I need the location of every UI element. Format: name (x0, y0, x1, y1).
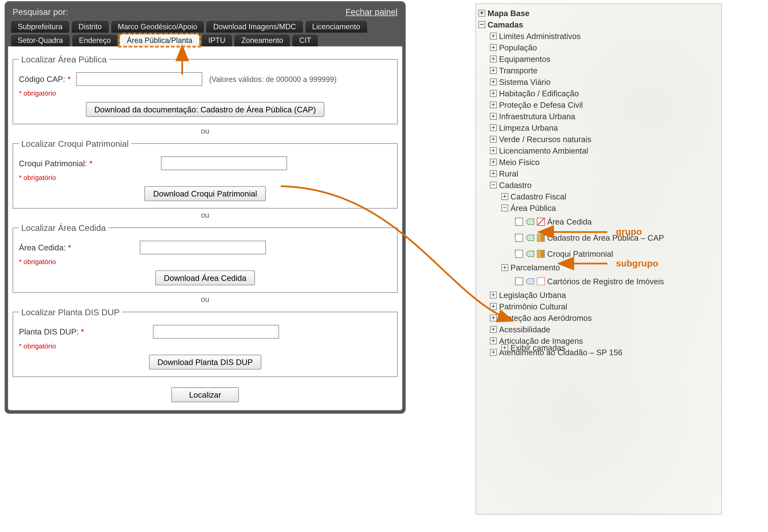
tree-item[interactable]: +Limpeza Urbana (478, 122, 719, 134)
tag-icon (525, 218, 535, 225)
expand-icon[interactable]: + (490, 170, 497, 177)
fieldset-cedida: Localizar Área Cedida Área Cedida: * * o… (13, 223, 398, 293)
tree-item[interactable]: +Patrimônio Cultural (478, 301, 719, 312)
tab-cit[interactable]: CIT (292, 34, 319, 47)
tag-icon (525, 278, 535, 285)
tree-item[interactable]: +Habitação / Edificação (478, 88, 719, 99)
label-croqui: Croqui Patrimonial: * (19, 158, 93, 168)
tree-item[interactable]: +População (478, 42, 719, 53)
tree-root-mapa-base[interactable]: + Mapa Base (478, 8, 719, 19)
checkbox[interactable] (515, 234, 523, 242)
expand-icon[interactable]: + (490, 79, 497, 85)
tree-item[interactable]: +Licenciamento Ambiental (478, 145, 719, 157)
input-cedida[interactable] (140, 241, 266, 254)
checkbox[interactable] (515, 250, 523, 258)
expand-icon[interactable]: + (490, 326, 497, 333)
layers-panel: + Mapa Base − Camadas +Limites Administr… (475, 3, 722, 514)
legend-croqui: Localizar Croqui Patrimonial (19, 139, 131, 148)
obligatory-disdup: * obrigatório (19, 342, 391, 350)
tab-subprefeitura[interactable]: Subprefeitura (10, 20, 70, 33)
expand-icon[interactable]: + (490, 33, 497, 39)
label-cedida: Área Cedida: * (19, 243, 71, 252)
tab-licenciamento[interactable]: Licenciamento (305, 20, 368, 33)
expand-icon[interactable]: + (490, 292, 497, 298)
expand-icon[interactable]: + (501, 264, 508, 271)
expand-icon[interactable]: + (501, 193, 508, 200)
close-panel-link[interactable]: Fechar painel (345, 7, 398, 17)
layer-croqui-patrimonial[interactable]: Croqui Patrimonial (478, 246, 719, 262)
tag-icon (525, 250, 535, 257)
input-croqui[interactable] (161, 157, 287, 170)
tab-distrito[interactable]: Distrito (71, 20, 109, 33)
swatch-icon (537, 234, 545, 242)
tree-item[interactable]: +Acessibilidade (478, 324, 719, 335)
panel-body: Localizar Área Pública Código CAP: * (Va… (8, 46, 402, 410)
input-disdup[interactable] (153, 325, 279, 338)
layer-cartorios[interactable]: Cartórios de Registro de Imóveis (478, 273, 719, 289)
expand-icon[interactable]: + (490, 159, 497, 166)
tab-zoneamento[interactable]: Zoneamento (234, 34, 291, 47)
expand-icon[interactable]: + (490, 67, 497, 74)
tree-root-camadas[interactable]: − Camadas (478, 19, 719, 30)
locate-button[interactable]: Localizar (171, 387, 239, 402)
expand-icon[interactable]: + (490, 44, 497, 51)
tab-area-publica-planta[interactable]: Área Pública/Planta (119, 34, 200, 47)
input-cap[interactable] (76, 72, 202, 86)
tree-item-cadastro-fiscal[interactable]: + Cadastro Fiscal (478, 191, 719, 202)
tree-item-parcelamento[interactable]: + Parcelamento (478, 262, 719, 273)
obligatory-croqui: * obrigatório (19, 174, 391, 182)
expand-icon[interactable]: + (490, 90, 497, 97)
tree-item[interactable]: +Infraestrutura Urbana (478, 111, 719, 122)
expand-icon[interactable]: + (490, 113, 497, 120)
tree-item[interactable]: +Meio Fisico (478, 157, 719, 168)
expand-icon[interactable]: + (490, 124, 497, 131)
download-cedida-button[interactable]: Download Área Cedida (155, 270, 255, 285)
download-croqui-button[interactable]: Download Croqui Patrimonial (145, 186, 266, 201)
tab-endereco[interactable]: Endereço (71, 34, 118, 47)
tree-item-exibir-camadas[interactable]: + Exibir camadas (490, 342, 565, 354)
checkbox[interactable] (515, 277, 523, 285)
collapse-icon[interactable]: − (478, 21, 485, 28)
collapse-icon[interactable]: − (490, 182, 497, 188)
fieldset-disdup: Localizar Planta DIS DUP Planta DIS DUP:… (13, 307, 398, 377)
tree-item[interactable]: +Rural (478, 168, 719, 179)
expand-icon[interactable]: + (490, 147, 497, 154)
swatch-icon (537, 277, 545, 285)
tab-download-imagens[interactable]: Download Imagens/MDC (206, 20, 304, 33)
tree-item[interactable]: +Equipamentos (478, 53, 719, 65)
separator-or-3: ou (13, 295, 398, 304)
obligatory-cap: * obrigatório (19, 89, 391, 98)
tab-iptu[interactable]: IPTU (201, 34, 233, 47)
layer-area-cedida[interactable]: Área Cedida (478, 214, 719, 230)
expand-icon[interactable]: + (501, 344, 508, 351)
checkbox[interactable] (515, 218, 523, 226)
tree-item[interactable]: +Verde / Recursos naturais (478, 134, 719, 145)
download-cap-button[interactable]: Download da documentação: Cadastro de Ár… (86, 102, 325, 117)
separator-or-2: ou (13, 211, 398, 219)
tree-item[interactable]: +Limites Administrativos (478, 30, 719, 42)
expand-icon[interactable]: + (490, 56, 497, 62)
expand-icon[interactable]: + (490, 136, 497, 143)
tree-item[interactable]: +Transporte (478, 65, 719, 76)
obligatory-cedida: * obrigatório (19, 258, 391, 266)
tabs-row-2: Setor-Quadra Endereço Área Pública/Plant… (8, 34, 402, 47)
tree-item[interactable]: +Proteção e Defesa Civil (478, 99, 719, 111)
fieldset-croqui: Localizar Croqui Patrimonial Croqui Patr… (13, 139, 398, 209)
legend-disdup: Localizar Planta DIS DUP (19, 307, 122, 317)
tree-item[interactable]: +Proteção aos Aeródromos (478, 312, 719, 324)
tab-marco-geodesico[interactable]: Marco Geodésico/Apoio (110, 20, 205, 33)
tree-item-area-publica[interactable]: − Área Pública (478, 202, 719, 214)
expand-icon[interactable]: + (490, 101, 497, 108)
tree-item-cadastro[interactable]: − Cadastro (478, 179, 719, 191)
swatch-icon (537, 218, 545, 226)
tab-setor-quadra[interactable]: Setor-Quadra (10, 34, 70, 47)
layer-cap[interactable]: Cadastro de Área Publica – CAP (478, 230, 719, 246)
tree-item[interactable]: +Sistema Viário (478, 76, 719, 88)
expand-icon[interactable]: + (490, 315, 497, 321)
collapse-icon[interactable]: − (501, 205, 508, 211)
expand-icon[interactable]: + (490, 303, 497, 310)
tree-item[interactable]: +Legislação Urbana (478, 289, 719, 301)
download-disdup-button[interactable]: Download Planta DIS DUP (149, 355, 261, 370)
expand-icon[interactable]: + (478, 10, 485, 17)
tag-icon (525, 234, 535, 241)
